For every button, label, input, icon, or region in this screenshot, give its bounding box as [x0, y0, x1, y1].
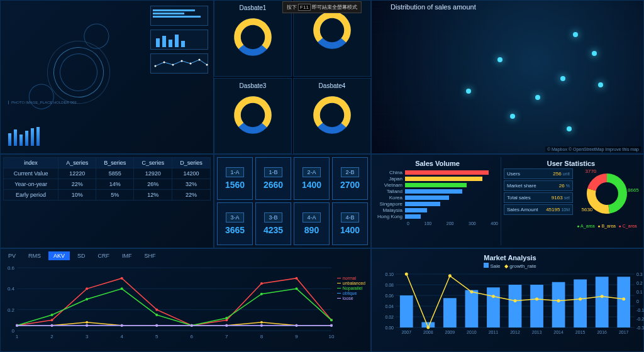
metric-value: 2700	[340, 180, 360, 190]
svg-text:7: 7	[225, 334, 228, 339]
svg-text:0.2: 0.2	[636, 281, 643, 285]
map-attribution[interactable]: © Mapbox © OpenStreetMap Improve this ma…	[545, 146, 641, 152]
sales-bar-row: Japan	[377, 176, 498, 182]
svg-point-5	[155, 65, 157, 67]
table-header: D_series	[172, 158, 211, 168]
map-dot[interactable]	[560, 76, 565, 81]
svg-point-9	[190, 63, 192, 65]
user-stat-row: Sales Amount4519510M	[504, 204, 573, 215]
metric-value: 1400	[340, 225, 360, 235]
metric-2-A: 2-A1400	[294, 157, 330, 200]
user-stat-row: Users256unit	[504, 168, 573, 179]
svg-point-68	[260, 293, 263, 295]
svg-point-43	[86, 287, 88, 290]
svg-text:0.6: 0.6	[8, 265, 15, 271]
table-row: Year-on-year22%14%26%32%	[4, 179, 211, 190]
svg-text:3770: 3770	[585, 168, 596, 174]
map-dot[interactable]	[510, 114, 515, 119]
metric-label: 3-A	[226, 212, 243, 223]
svg-point-6	[164, 62, 165, 63]
sales-bar-row: China	[377, 170, 498, 175]
svg-point-7	[172, 64, 174, 66]
table-header: C_series	[134, 158, 172, 168]
svg-text:8665: 8665	[628, 187, 639, 193]
svg-point-8	[181, 60, 183, 62]
map-dot[interactable]	[497, 57, 502, 62]
metric-1-A: 1-A1560	[217, 157, 253, 200]
mini-bar-chart	[8, 127, 40, 146]
map-dot[interactable]	[535, 95, 540, 100]
metric-2-B: 2-B2700	[332, 157, 368, 200]
map-dot[interactable]	[567, 126, 572, 131]
svg-point-42	[51, 319, 53, 321]
metric-value: 1560	[225, 180, 245, 190]
market-legend: Sale ◆ growth_rate	[377, 263, 643, 269]
tab-imf[interactable]: IMF	[117, 251, 137, 260]
svg-text:2015: 2015	[575, 330, 586, 334]
legend-Noparallel: Noparallel	[337, 286, 365, 290]
multiline-chart: 00.20.40.612345678910	[3, 263, 336, 341]
svg-point-90	[330, 324, 333, 327]
svg-text:0.08: 0.08	[385, 283, 394, 287]
table-header: B_series	[96, 158, 134, 168]
donut-title: Dasbate4	[318, 81, 347, 91]
tab-sd[interactable]: SD	[72, 251, 91, 260]
svg-rect-1	[162, 36, 166, 47]
sales-volume-title: Sales Volume	[377, 160, 498, 167]
svg-text:2013: 2013	[532, 330, 542, 334]
svg-text:2014: 2014	[553, 330, 564, 334]
svg-point-84	[121, 324, 123, 327]
market-chart: 0.000.020.040.060.080.10-0.3-0.2-0.100.1…	[377, 270, 643, 339]
user-stat-row: Market share26%	[504, 180, 573, 191]
user-stats-title: User Statistics	[504, 160, 638, 167]
photo-label: PHOTO IMAGE_PLACE HOLDER 002	[8, 101, 77, 104]
svg-text:2007: 2007	[401, 330, 411, 334]
svg-rect-119	[487, 287, 500, 327]
svg-text:2011: 2011	[489, 330, 499, 334]
svg-point-62	[51, 314, 53, 316]
svg-point-81	[16, 324, 18, 327]
tab-pv[interactable]: PV	[3, 251, 21, 260]
tab-rms[interactable]: RMS	[23, 251, 46, 260]
svg-point-65	[155, 314, 158, 316]
metric-value: 890	[304, 225, 319, 235]
map-dot[interactable]	[573, 32, 578, 37]
svg-rect-117	[465, 290, 479, 328]
svg-text:0.3: 0.3	[636, 272, 643, 277]
market-analysis-panel: Market Analysis Sale ◆ growth_rate 0.000…	[371, 248, 644, 352]
user-stats-donut: 866556303770	[575, 167, 638, 227]
map-dot[interactable]	[598, 82, 603, 87]
svg-rect-129	[596, 277, 609, 327]
sales-stats-panel: Sales Volume ChinaJapanVietnamTailandKor…	[371, 154, 644, 248]
tab-shf[interactable]: SHF	[140, 251, 161, 260]
multiline-panel: PVRMSAKVSDCRFIMFSHF 00.20.40.61234567891…	[0, 248, 371, 352]
svg-point-86	[191, 324, 193, 327]
map-panel[interactable]: Distribution of sales amount © Mapbox © …	[371, 0, 644, 154]
svg-point-44	[121, 277, 123, 280]
donut-1: Dasbate1	[214, 0, 292, 77]
tab-akv[interactable]: AKV	[48, 251, 70, 260]
legend-b-area: ● B_area	[597, 224, 616, 228]
svg-text:-0.1: -0.1	[636, 308, 644, 312]
svg-text:2009: 2009	[445, 330, 455, 334]
metric-label: 1-B	[264, 167, 282, 177]
market-title: Market Analysis	[377, 254, 643, 261]
svg-rect-125	[552, 282, 565, 327]
metric-1-B: 1-B2660	[255, 157, 291, 200]
tab-crf[interactable]: CRF	[93, 251, 115, 260]
sales-bar-row: Korea	[377, 195, 498, 201]
svg-point-45	[155, 309, 158, 311]
svg-text:2010: 2010	[467, 330, 477, 334]
map-title: Distribution of sales amount	[391, 3, 476, 11]
legend-normal: normal	[337, 276, 365, 280]
svg-text:5630: 5630	[582, 207, 593, 212]
svg-text:0.00: 0.00	[385, 326, 394, 330]
donut-grid: 按下 F11 即可結束全螢幕模式 Dasbate1Dasbate3Dasbate…	[214, 0, 371, 154]
wire-visual-panel: PHOTO IMAGE_PLACE HOLDER 002	[0, 0, 214, 154]
map-dot[interactable]	[466, 89, 471, 94]
svg-point-63	[86, 298, 88, 300]
map-dot[interactable]	[592, 51, 597, 56]
svg-text:1: 1	[16, 334, 19, 339]
donut-title: Dasbate3	[238, 81, 268, 91]
svg-point-10	[199, 59, 201, 61]
